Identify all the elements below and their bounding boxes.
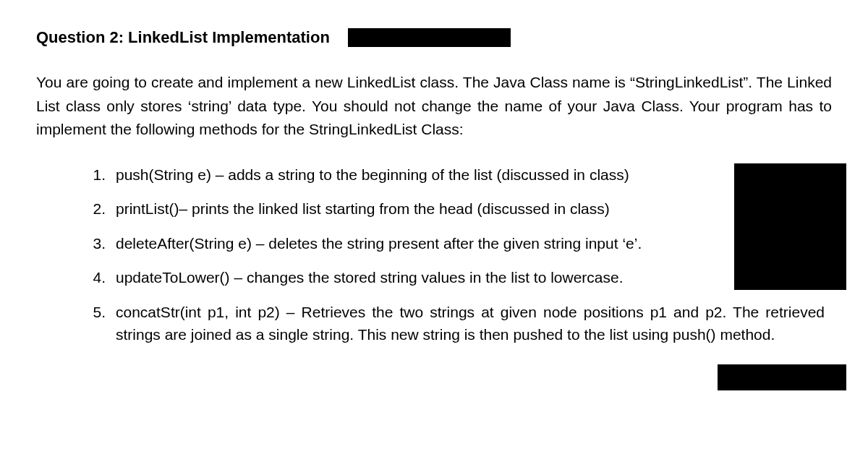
list-text: updateToLower() – changes the stored str… [116,266,716,289]
list-item: 2. printList()– prints the linked list s… [87,197,832,221]
list-text: push(String e) – adds a string to the be… [116,163,716,187]
redaction-block-heading [348,28,511,47]
list-item: 1. push(String e) – adds a string to the… [87,163,832,187]
list-item: 5. concatStr(int p1, int p2) – Retrieves… [87,301,832,346]
redaction-block-bottom [718,364,846,390]
list-item: 3. deleteAfter(String e) – deletes the s… [87,232,832,255]
methods-list: 1. push(String e) – adds a string to the… [36,163,832,346]
question-heading: Question 2: LinkedList Implementation [36,25,330,49]
list-text: deleteAfter(String e) – deletes the stri… [116,232,716,255]
list-number: 4. [87,266,116,289]
list-number: 1. [87,163,116,187]
list-number: 2. [87,197,116,221]
intro-paragraph: You are going to create and implement a … [36,71,832,142]
heading-row: Question 2: LinkedList Implementation [36,25,832,49]
list-text: concatStr(int p1, int p2) – Retrieves th… [116,301,825,346]
list-number: 3. [87,232,116,255]
list-number: 5. [87,301,116,346]
list-item: 4. updateToLower() – changes the stored … [87,266,832,289]
list-text: printList()– prints the linked list star… [116,197,716,221]
